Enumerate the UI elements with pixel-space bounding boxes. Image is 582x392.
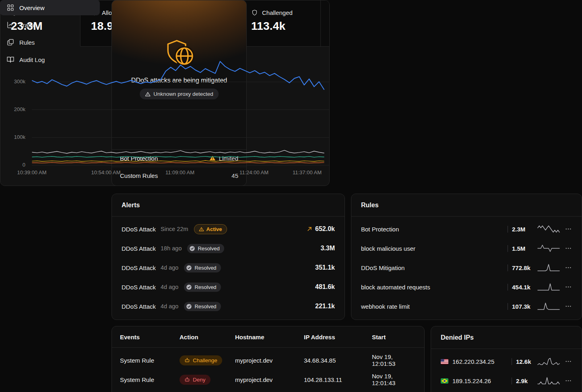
denied-ip-address: 162.220.234.25 bbox=[452, 358, 494, 365]
denied-ip-row[interactable]: 162.220.234.25 12.6k bbox=[431, 352, 582, 371]
column-header-events: Events bbox=[120, 334, 180, 340]
status-badge-resolved: Resolved bbox=[184, 263, 221, 272]
alert-value: 481.6k bbox=[315, 283, 335, 291]
column-header-hostname: Hostname bbox=[235, 334, 304, 340]
more-options-button[interactable] bbox=[565, 225, 572, 233]
alert-row[interactable]: DDoS Attack 18h ago Resolved 3.3M bbox=[112, 239, 345, 258]
x-axis-tick: 11:37:00 AM bbox=[293, 169, 322, 175]
sidebar-item-overview[interactable]: Overview bbox=[0, 0, 100, 15]
rule-sparkline bbox=[537, 283, 560, 291]
alert-name: DDoS Attack bbox=[122, 226, 156, 233]
action-label: Challenge bbox=[193, 357, 217, 363]
events-table-header: Events Action Hostname IP Address Start bbox=[112, 326, 424, 348]
alert-row[interactable]: DDoS Attack 4d ago Resolved 221.1k bbox=[112, 297, 345, 316]
x-axis-tick: 11:24:00 AM bbox=[239, 169, 268, 175]
tab-value: 113.4k bbox=[251, 20, 320, 33]
status-badge-resolved: Resolved bbox=[187, 244, 224, 253]
rule-name: DDoS Mitigation bbox=[361, 264, 405, 271]
challenge-icon bbox=[184, 357, 190, 363]
event-row[interactable]: System Rule Challenge myproject.dev 34.6… bbox=[112, 351, 424, 370]
denied-ip-address: 189.15.224.26 bbox=[452, 378, 491, 384]
action-badge-challenge: Challenge bbox=[180, 355, 222, 365]
rules-icon bbox=[6, 38, 14, 46]
action-badge-deny: Deny bbox=[180, 375, 211, 385]
alert-name: DDoS Attack bbox=[122, 264, 156, 271]
status-badge-resolved: Resolved bbox=[184, 302, 221, 311]
rule-hit-count: 2.3M bbox=[508, 226, 532, 233]
rule-row[interactable]: block malicious user 1.5M bbox=[351, 239, 582, 258]
traffic-chart: 300k 200k 100k 0 10:39:00 AM 10:54:00 AM… bbox=[0, 47, 329, 186]
check-circle-icon bbox=[186, 284, 192, 290]
alert-value: 221.1k bbox=[315, 303, 335, 310]
check-circle-icon bbox=[186, 265, 192, 271]
status-badge-active: Active bbox=[194, 224, 227, 234]
alert-count: 652.0k bbox=[315, 225, 335, 233]
firewall-dashboard: Overview Traffic Rules Audit Log bbox=[0, 0, 582, 392]
alert-name: DDoS Attack bbox=[122, 245, 156, 252]
more-options-button[interactable] bbox=[565, 283, 572, 291]
grid-icon bbox=[6, 4, 14, 12]
alert-time: 4d ago bbox=[161, 303, 178, 309]
alert-count: 221.1k bbox=[315, 303, 335, 310]
status-label: Active bbox=[206, 227, 222, 232]
rule-hit-count: 107.3k bbox=[508, 303, 532, 310]
tab-challenged[interactable]: Challenged 113.4k bbox=[241, 0, 321, 47]
alert-time: 4d ago bbox=[161, 284, 178, 290]
more-options-button[interactable] bbox=[565, 377, 572, 384]
alert-count: 3.3M bbox=[320, 245, 335, 252]
alert-time: 18h ago bbox=[161, 245, 182, 252]
column-header-ip: IP Address bbox=[304, 334, 372, 340]
event-hostname: myproject.dev bbox=[235, 376, 304, 383]
event-rule: System Rule bbox=[120, 376, 180, 383]
rule-row[interactable]: block automated requests 454.1k bbox=[351, 277, 582, 297]
event-start: Nov 19, 12:01:43 bbox=[372, 373, 416, 386]
sidebar-item-label: Overview bbox=[19, 4, 45, 11]
more-options-button[interactable] bbox=[565, 264, 572, 271]
tab-label: Challenged bbox=[262, 9, 293, 16]
shield-icon bbox=[251, 9, 258, 16]
status-label: Resolved bbox=[194, 304, 216, 309]
rule-row[interactable]: webhook rate limit 107.3k bbox=[351, 297, 582, 316]
br-flag-icon bbox=[441, 378, 448, 384]
rule-hit-count: 772.8k bbox=[508, 264, 532, 271]
line-chart-plot[interactable] bbox=[32, 47, 324, 165]
rule-sparkline bbox=[537, 302, 560, 311]
denied-ip-sparkline bbox=[537, 357, 560, 366]
alert-count: 351.1k bbox=[315, 264, 335, 271]
event-row[interactable]: System Rule Deny myproject.dev 104.28.13… bbox=[112, 370, 424, 389]
rules-title: Rules bbox=[351, 194, 582, 217]
alert-name: DDoS Attack bbox=[122, 303, 156, 310]
events-card: Events Action Hostname IP Address Start … bbox=[111, 326, 425, 392]
status-label: Resolved bbox=[194, 285, 216, 290]
tabs-filler bbox=[321, 0, 329, 47]
column-header-action: Action bbox=[180, 334, 235, 340]
rule-sparkline bbox=[537, 263, 560, 272]
y-axis-tick: 100k bbox=[0, 134, 25, 140]
x-axis-tick: 11:09:00 AM bbox=[165, 169, 194, 175]
rule-name: Bot Protection bbox=[361, 226, 399, 233]
rule-hit-count: 454.1k bbox=[508, 284, 532, 291]
sidebar-item-traffic[interactable]: Traffic bbox=[0, 17, 100, 33]
more-options-button[interactable] bbox=[565, 358, 572, 365]
alert-count: 481.6k bbox=[315, 283, 335, 291]
alerts-title: Alerts bbox=[112, 194, 345, 217]
alert-row[interactable]: DDoS Attack 4d ago Resolved 481.6k bbox=[112, 277, 345, 297]
event-start: Nov 19, 12:01:53 bbox=[372, 353, 416, 367]
alert-time: 4d ago bbox=[161, 264, 178, 271]
more-options-button[interactable] bbox=[565, 245, 572, 252]
status-label: Resolved bbox=[198, 246, 219, 251]
denied-ip-row[interactable]: 189.15.224.26 2.9k bbox=[431, 371, 582, 390]
rule-sparkline bbox=[537, 225, 560, 233]
more-options-button[interactable] bbox=[565, 303, 572, 310]
alert-row[interactable]: DDoS Attack Since 22m Active 652.0k bbox=[112, 219, 345, 239]
trend-up-icon bbox=[306, 226, 313, 232]
rule-name: webhook rate limit bbox=[361, 303, 410, 310]
gridline-0 bbox=[32, 165, 329, 165]
alert-row[interactable]: DDoS Attack 4d ago Resolved 351.1k bbox=[112, 258, 345, 277]
rule-row[interactable]: DDoS Mitigation 772.8k bbox=[351, 258, 582, 277]
rule-sparkline bbox=[537, 244, 560, 253]
rules-card: Rules Bot Protection 2.3M block maliciou… bbox=[351, 194, 582, 320]
denied-ip-sparkline bbox=[537, 376, 560, 385]
us-flag-icon bbox=[441, 359, 448, 364]
rule-row[interactable]: Bot Protection 2.3M bbox=[351, 219, 582, 239]
